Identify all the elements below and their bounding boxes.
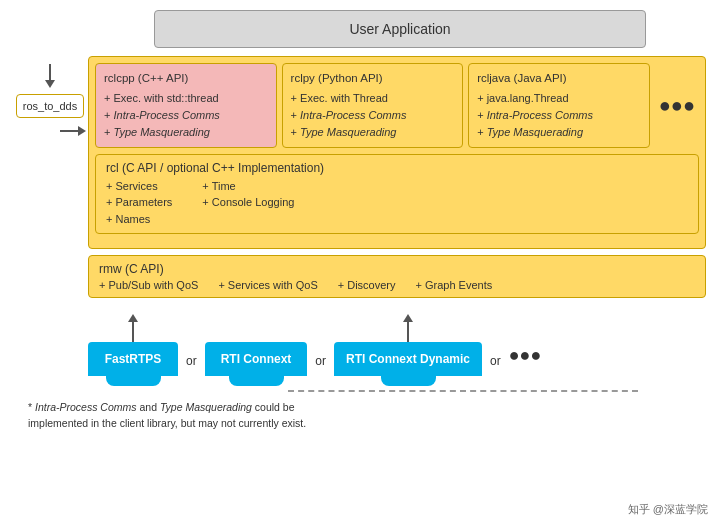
rmw-feature3: + Discovery <box>338 279 396 291</box>
dds-ellipsis: ●●● <box>509 345 542 386</box>
rclpy-title: rclpy (Python API) <box>291 70 455 88</box>
rcl-features-col1: + Services + Parameters + Names <box>106 178 172 228</box>
rcl-title: rcl (C API / optional C++ Implementation… <box>106 161 688 175</box>
fastrtps-wrapper: FastRTPS <box>88 314 178 386</box>
rti-connext-wrapper: RTI Connext <box>205 314 308 386</box>
rmw-feature1: + Pub/Sub with QoS <box>99 279 198 291</box>
rti-connext-tab <box>229 376 284 386</box>
watermark: 知乎 @深蓝学院 <box>628 502 708 517</box>
rti-connext-dyn-wrapper: RTI Connext Dynamic <box>334 314 482 386</box>
rcljava-feature2: + Intra-Process Comms <box>477 107 641 124</box>
or-label-2: or <box>307 354 334 386</box>
user-app-box: User Application <box>154 10 646 48</box>
rclpy-feature1: + Exec. with Thread <box>291 90 455 107</box>
rclcpp-box: rclcpp (C++ API) + Exec. with std::threa… <box>95 63 277 148</box>
rclcpp-feature2: + Intra-Process Comms <box>104 107 268 124</box>
fastrtps-box: FastRTPS <box>88 342 178 376</box>
user-app-label: User Application <box>349 21 450 37</box>
rcljava-title: rcljava (Java API) <box>477 70 641 88</box>
rclpy-feature2: + Intra-Process Comms <box>291 107 455 124</box>
rcljava-box: rcljava (Java API) + java.lang.Thread + … <box>468 63 650 148</box>
rclcpp-feature3: + Type Masquerading <box>104 124 268 141</box>
rclpy-feature3: + Type Masquerading <box>291 124 455 141</box>
rclpy-box: rclpy (Python API) + Exec. with Thread +… <box>282 63 464 148</box>
or-label-3: or <box>482 354 509 386</box>
ros-to-dds-box: ros_to_dds <box>16 94 84 118</box>
ros-to-dds-label: ros_to_dds <box>23 100 77 112</box>
rmw-box: rmw (C API) + Pub/Sub with QoS + Service… <box>88 255 706 298</box>
client-lib-ellipsis: ●●● <box>655 63 699 148</box>
rti-connext-dyn-tab <box>381 376 436 386</box>
rclcpp-feature1: + Exec. with std::thread <box>104 90 268 107</box>
rmw-feature4: + Graph Events <box>416 279 493 291</box>
rclcpp-title: rclcpp (C++ API) <box>104 70 268 88</box>
footnote: * Intra-Process Comms and Type Masquerad… <box>28 400 706 432</box>
rti-connext-dyn-box: RTI Connext Dynamic <box>334 342 482 376</box>
rmw-feature2: + Services with QoS <box>218 279 317 291</box>
rti-connext-box: RTI Connext <box>205 342 308 376</box>
or-label-1: or <box>178 354 205 386</box>
fastrtps-tab <box>106 376 161 386</box>
rcljava-feature1: + java.lang.Thread <box>477 90 641 107</box>
rcljava-feature3: + Type Masquerading <box>477 124 641 141</box>
rcl-box: rcl (C API / optional C++ Implementation… <box>95 154 699 235</box>
rcl-features-col2: + Time + Console Logging <box>202 178 294 228</box>
diagram-container: User Application ros_to_dds <box>0 0 720 525</box>
rmw-title: rmw (C API) <box>99 262 695 276</box>
